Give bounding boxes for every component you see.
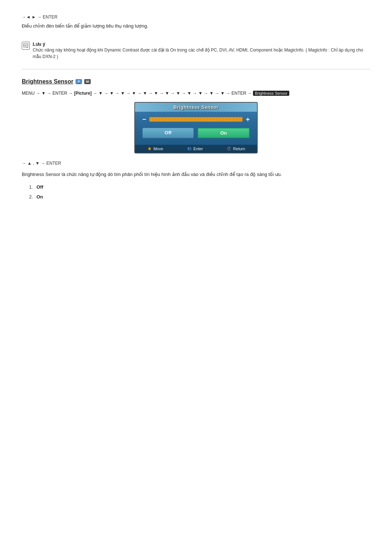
- osd-slider-track[interactable]: [149, 117, 243, 122]
- osd-footer-return: Return: [226, 146, 245, 151]
- note-icon: [22, 42, 30, 50]
- osd-options: Off On: [142, 128, 250, 138]
- section-title-text: Brightness Sensor: [22, 78, 73, 85]
- option-on-label: On: [36, 194, 43, 200]
- osd-footer: Move Enter Return: [135, 145, 257, 153]
- osd-minus-icon: −: [142, 116, 146, 123]
- osd-body: − + Off On: [135, 112, 257, 145]
- svg-rect-0: [24, 44, 28, 47]
- nav-hint: → ▲ , ▼ → ENTER: [22, 161, 370, 166]
- osd-plus-icon: +: [246, 116, 250, 123]
- top-nav: →◄ ► → ENTER: [22, 15, 370, 20]
- osd-panel: Brightness Sensor − + Off On: [134, 102, 258, 153]
- list-item: 1. Off: [29, 184, 370, 191]
- svg-marker-4: [148, 149, 151, 151]
- menu-path: MENU → ▼ → ENTER → [Picture] → ▼ → ▼ → ▼…: [22, 90, 370, 97]
- note-label: Lưu ý: [33, 41, 45, 47]
- osd-slider-row: − +: [142, 116, 250, 123]
- badge-m: M: [84, 79, 91, 84]
- note-box: Lưu ý Chức năng này không hoạt động khi …: [22, 41, 370, 60]
- enter-icon: [187, 146, 192, 151]
- option-list: 1. Off 2. On: [22, 184, 370, 201]
- osd-footer-enter: Enter: [187, 146, 203, 151]
- svg-marker-3: [148, 147, 151, 149]
- return-icon: [226, 146, 232, 151]
- osd-title-bar: Brightness Sensor: [135, 103, 257, 112]
- option-off-label: Off: [36, 184, 43, 190]
- menu-path-highlight: Brightness Sensor: [253, 91, 289, 96]
- osd-wrapper: Brightness Sensor − + Off On: [22, 102, 370, 153]
- badge-p: P: [75, 79, 82, 84]
- note-text-block: Lưu ý Chức năng này không hoạt động khi …: [33, 41, 370, 60]
- move-icon: [147, 146, 152, 151]
- osd-on-button[interactable]: On: [197, 128, 250, 138]
- list-item: 2. On: [29, 193, 370, 201]
- osd-off-button[interactable]: Off: [142, 128, 194, 138]
- top-nav-text: →◄ ► → ENTER: [22, 15, 57, 20]
- note-content: Chức năng này không hoạt động khi Dynami…: [33, 48, 363, 59]
- section-title: Brightness Sensor P M: [22, 78, 370, 85]
- intro-text: Điều chỉnh đèn biến tần để giảm lượng ti…: [22, 23, 370, 29]
- osd-footer-move: Move: [147, 146, 163, 151]
- description: Brightness Sensor là chức năng tự động d…: [22, 171, 370, 178]
- divider: [22, 69, 370, 69]
